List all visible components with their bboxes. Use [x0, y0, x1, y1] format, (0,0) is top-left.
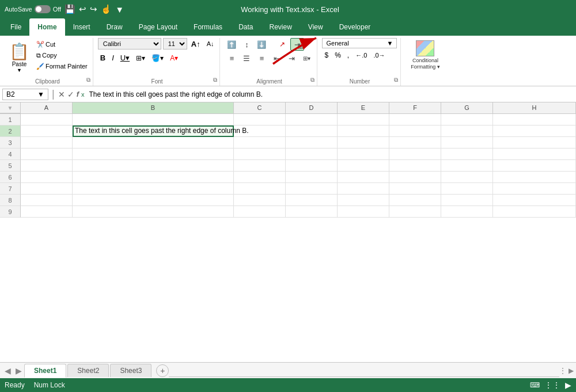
- col-header-h[interactable]: H: [493, 102, 576, 113]
- cell-g6[interactable]: [441, 172, 493, 183]
- cell-b5[interactable]: [73, 160, 234, 172]
- cell-e7[interactable]: [338, 183, 389, 195]
- cell-g3[interactable]: [441, 137, 493, 149]
- bold-button[interactable]: B: [98, 52, 108, 63]
- cell-e4[interactable]: [338, 149, 389, 160]
- tab-file[interactable]: File: [2, 18, 29, 36]
- cell-a9[interactable]: [21, 206, 73, 218]
- cell-f1[interactable]: [389, 114, 441, 125]
- cell-f2[interactable]: [389, 125, 441, 137]
- tab-data[interactable]: Data: [230, 18, 261, 36]
- row-number-9[interactable]: 9: [0, 206, 21, 218]
- italic-button[interactable]: I: [109, 52, 116, 63]
- clipboard-expand-icon[interactable]: ⧉: [86, 77, 90, 83]
- cell-f5[interactable]: [389, 160, 441, 172]
- cell-h5[interactable]: [493, 160, 576, 172]
- tab-home[interactable]: Home: [29, 18, 65, 36]
- cell-d4[interactable]: [286, 149, 338, 160]
- cell-h6[interactable]: [493, 172, 576, 183]
- cell-c7[interactable]: [234, 183, 286, 195]
- cell-e9[interactable]: [338, 206, 389, 218]
- paste-button[interactable]: 📋 Paste ▼: [6, 40, 33, 75]
- cell-a6[interactable]: [21, 172, 73, 183]
- insert-function-icon[interactable]: f: [77, 90, 79, 98]
- tab-review[interactable]: Review: [261, 18, 300, 36]
- confirm-formula-icon[interactable]: ✓: [67, 90, 74, 99]
- cell-b4[interactable]: [73, 149, 234, 160]
- cell-c4[interactable]: [234, 149, 286, 160]
- underline-button[interactable]: U▾: [118, 52, 132, 63]
- cell-h9[interactable]: [493, 206, 576, 218]
- copy-button[interactable]: ⧉ Copy: [35, 51, 89, 60]
- cell-b1[interactable]: [73, 114, 234, 125]
- number-format-dropdown[interactable]: General ▼: [322, 38, 397, 48]
- cell-e1[interactable]: [338, 114, 389, 125]
- cell-a1[interactable]: [21, 114, 73, 125]
- sheet-tab-sheet2[interactable]: Sheet2: [67, 364, 109, 377]
- col-header-c[interactable]: C: [234, 102, 286, 113]
- cell-c6[interactable]: [234, 172, 286, 183]
- cell-h4[interactable]: [493, 149, 576, 160]
- cell-b9[interactable]: [73, 206, 234, 218]
- row-number-6[interactable]: 6: [0, 172, 21, 183]
- cell-f3[interactable]: [389, 137, 441, 149]
- row-number-1[interactable]: 1: [0, 114, 21, 125]
- cell-c5[interactable]: [234, 160, 286, 172]
- add-sheet-button[interactable]: +: [156, 364, 169, 377]
- cell-d8[interactable]: [286, 195, 338, 206]
- row-number-5[interactable]: 5: [0, 160, 21, 172]
- cell-c1[interactable]: [234, 114, 286, 125]
- col-header-e[interactable]: E: [338, 102, 389, 113]
- save-icon[interactable]: 💾: [65, 4, 75, 14]
- scroll-right-icon[interactable]: ▶: [565, 380, 571, 390]
- borders-button[interactable]: ⊞▾: [134, 53, 147, 63]
- cell-f9[interactable]: [389, 206, 441, 218]
- cell-g9[interactable]: [441, 206, 493, 218]
- cell-e3[interactable]: [338, 137, 389, 149]
- font-expand-icon[interactable]: ⧉: [213, 77, 217, 83]
- col-header-d[interactable]: D: [286, 102, 338, 113]
- cell-e2[interactable]: [338, 125, 389, 137]
- cell-b7[interactable]: [73, 183, 234, 195]
- cell-a2[interactable]: [21, 125, 73, 137]
- cell-b6[interactable]: [73, 172, 234, 183]
- cell-h1[interactable]: [493, 114, 576, 125]
- sheet-nav-prev[interactable]: ◀: [2, 365, 13, 376]
- cell-f6[interactable]: [389, 172, 441, 183]
- font-size-select[interactable]: 11: [163, 38, 187, 50]
- cell-e6[interactable]: [338, 172, 389, 183]
- decrease-indent-button[interactable]: ⇤: [270, 52, 283, 64]
- tab-page-layout[interactable]: Page Layout: [131, 18, 185, 36]
- name-box-dropdown-icon[interactable]: ▼: [37, 90, 44, 98]
- accounting-icon[interactable]: $: [322, 50, 331, 60]
- decrease-decimal-icon[interactable]: ←.0: [353, 51, 369, 60]
- cell-f8[interactable]: [389, 195, 441, 206]
- cell-e8[interactable]: [338, 195, 389, 206]
- customize-icon[interactable]: ▼: [115, 5, 124, 14]
- cell-c3[interactable]: [234, 137, 286, 149]
- cell-f4[interactable]: [389, 149, 441, 160]
- cell-g4[interactable]: [441, 149, 493, 160]
- col-header-b[interactable]: B: [73, 102, 234, 113]
- row-number-7[interactable]: 7: [0, 183, 21, 195]
- sheet-scroll-left-icon[interactable]: ⋮: [559, 367, 566, 375]
- sheet-tab-sheet3[interactable]: Sheet3: [110, 364, 151, 377]
- wrap-text-button[interactable]: ⇥ ab: [290, 38, 304, 51]
- alignment-expand-icon[interactable]: ⧉: [310, 77, 314, 83]
- align-center-button[interactable]: ☰: [240, 52, 253, 64]
- cell-g8[interactable]: [441, 195, 493, 206]
- cell-g1[interactable]: [441, 114, 493, 125]
- cell-c8[interactable]: [234, 195, 286, 206]
- cell-d7[interactable]: [286, 183, 338, 195]
- cell-d6[interactable]: [286, 172, 338, 183]
- row-number-2[interactable]: 2: [0, 125, 21, 137]
- cell-d5[interactable]: [286, 160, 338, 172]
- comma-icon[interactable]: ,: [345, 50, 351, 60]
- increase-font-size-button[interactable]: A↑: [189, 39, 203, 50]
- cell-d9[interactable]: [286, 206, 338, 218]
- increase-decimal-icon[interactable]: .0→: [371, 51, 387, 60]
- tab-draw[interactable]: Draw: [98, 18, 131, 36]
- font-color-button[interactable]: A▾: [168, 53, 180, 63]
- number-expand-icon[interactable]: ⧉: [394, 77, 398, 83]
- align-middle-button[interactable]: ↕️: [240, 38, 253, 51]
